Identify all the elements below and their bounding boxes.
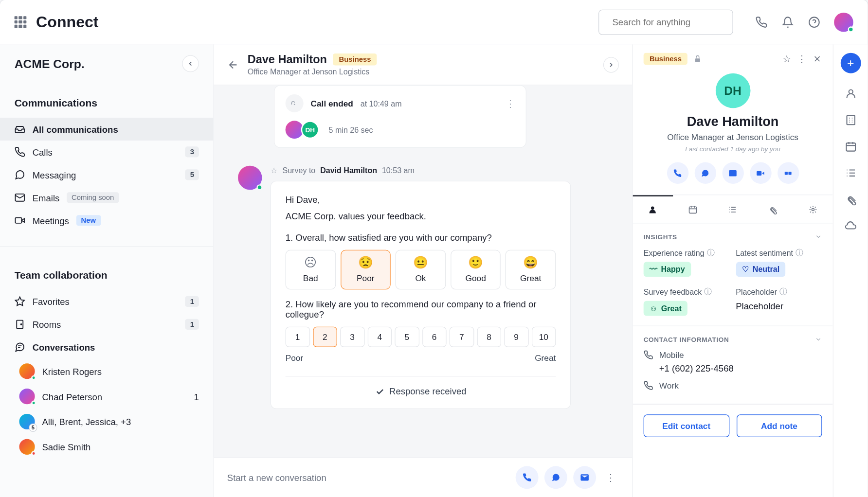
details-more-button[interactable]: ⋮ xyxy=(797,53,807,64)
sidebar-item-all-communications[interactable]: All communications xyxy=(0,118,213,141)
topbar: Connect xyxy=(0,0,868,44)
rail-attach-icon[interactable] xyxy=(845,194,857,206)
sidebar-item-emails[interactable]: Emails Coming soon xyxy=(0,186,213,209)
sidebar-item-conversations[interactable]: Conversations xyxy=(0,336,213,358)
rail-calendar-icon[interactable] xyxy=(845,141,857,153)
rail-tasks-icon[interactable] xyxy=(845,167,857,179)
composer-input[interactable]: Start a new conversation xyxy=(227,472,509,482)
response-received: Response received xyxy=(286,386,556,396)
call-more-icon[interactable]: ⋮ xyxy=(506,98,515,109)
rating-option-great[interactable]: 😄Great xyxy=(506,250,556,290)
svg-rect-7 xyxy=(757,171,761,175)
search-input[interactable] xyxy=(612,17,726,27)
favorite-button[interactable]: ☆ xyxy=(782,53,791,64)
apps-grid-icon[interactable] xyxy=(15,16,27,28)
phone-icon xyxy=(644,381,653,390)
lock-icon xyxy=(694,54,702,63)
composer-chat-button[interactable] xyxy=(544,466,567,489)
workspace-name: ACME Corp. xyxy=(15,57,85,71)
sidebar-item-favorites[interactable]: Favorites 1 xyxy=(0,290,213,313)
nps-option-3[interactable]: 3 xyxy=(340,327,364,347)
nps-option-10[interactable]: 10 xyxy=(531,327,556,347)
conversation-sadie[interactable]: Sadie Smith xyxy=(0,434,213,460)
nps-option-6[interactable]: 6 xyxy=(422,327,447,347)
svg-point-5 xyxy=(21,324,22,325)
edit-contact-button[interactable]: Edit contact xyxy=(644,414,729,437)
global-search[interactable] xyxy=(598,9,733,35)
conversation-chad[interactable]: Chad Peterson1 xyxy=(0,384,213,409)
nps-option-8[interactable]: 8 xyxy=(477,327,501,347)
tab-tasks[interactable] xyxy=(713,195,753,223)
composer: Start a new conversation ⋮ xyxy=(214,457,633,497)
star-icon[interactable]: ☆ xyxy=(271,166,278,175)
svg-rect-8 xyxy=(785,172,788,175)
experience-chip: 〰Happy xyxy=(644,262,691,277)
help-icon[interactable] xyxy=(808,15,821,28)
nps-option-4[interactable]: 4 xyxy=(367,327,392,347)
survey-chip: ☺Great xyxy=(644,301,687,316)
dial-icon[interactable] xyxy=(755,15,768,28)
details-role: Office Manager at Jenson Logistics xyxy=(644,132,822,142)
close-details-button[interactable] xyxy=(813,54,822,64)
nps-option-9[interactable]: 9 xyxy=(504,327,528,347)
star-icon xyxy=(15,296,25,307)
tab-profile[interactable] xyxy=(633,195,672,223)
door-icon xyxy=(15,319,25,330)
phone-icon xyxy=(15,146,25,157)
tab-calendar[interactable] xyxy=(673,195,713,223)
brand-name: Connect xyxy=(36,13,98,31)
svg-rect-11 xyxy=(689,207,696,213)
chevron-down-icon[interactable] xyxy=(815,336,822,343)
mobile-number: +1 (602) 225-4568 xyxy=(659,363,822,373)
conversation-group[interactable]: 5Alli, Brent, Jessica, +3 xyxy=(0,409,213,434)
expand-details-button[interactable] xyxy=(603,57,619,72)
video-icon xyxy=(15,215,25,226)
rail-building-icon[interactable] xyxy=(845,114,857,126)
collapse-sidebar-button[interactable] xyxy=(182,55,199,72)
add-note-button[interactable]: Add note xyxy=(736,414,822,437)
sidebar-item-rooms[interactable]: Rooms 1 xyxy=(0,313,213,336)
composer-more-button[interactable]: ⋮ xyxy=(602,472,619,483)
bell-icon[interactable] xyxy=(781,15,795,28)
communications-heading: Communications xyxy=(0,89,213,118)
chevron-down-icon[interactable] xyxy=(815,233,822,240)
nps-option-1[interactable]: 1 xyxy=(286,327,310,347)
svg-point-12 xyxy=(812,209,814,211)
call-summary-card: Call ended at 10:49 am ⋮ DH 5 min 26 sec xyxy=(274,85,526,147)
action-message-button[interactable] xyxy=(694,162,716,183)
action-more-button[interactable] xyxy=(777,162,798,183)
details-name: Dave Hamilton xyxy=(644,114,822,130)
rail-profile-icon[interactable] xyxy=(845,88,857,100)
sidebar-item-calls[interactable]: Calls 3 xyxy=(0,141,213,163)
business-badge: Business xyxy=(333,53,377,66)
chat-contact-subtitle: Office Manager at Jenson Logistics xyxy=(248,67,377,76)
phone-end-icon xyxy=(286,94,304,112)
composer-email-button[interactable] xyxy=(573,466,596,489)
back-button[interactable] xyxy=(227,58,239,71)
action-call-button[interactable] xyxy=(667,162,688,183)
nps-option-7[interactable]: 7 xyxy=(450,327,474,347)
sidebar-item-messaging[interactable]: Messaging 5 xyxy=(0,163,213,186)
nps-option-2[interactable]: 2 xyxy=(313,327,337,347)
conversation-kristen[interactable]: Kristen Rogers xyxy=(0,358,213,384)
sidebar-item-meetings[interactable]: Meetings New xyxy=(0,209,213,232)
user-avatar[interactable] xyxy=(834,12,853,32)
nps-option-5[interactable]: 5 xyxy=(395,327,419,347)
contact-details-panel: Business ☆ ⋮ DH Dave Hamilton Office Man… xyxy=(632,44,832,497)
rail-cloud-icon[interactable] xyxy=(845,220,857,232)
action-video-button[interactable] xyxy=(750,162,771,183)
contact-avatar: DH xyxy=(715,73,750,108)
rating-option-poor[interactable]: 😟Poor xyxy=(341,250,391,290)
rating-option-bad[interactable]: ☹Bad xyxy=(286,250,336,290)
composer-call-button[interactable] xyxy=(516,466,539,489)
svg-point-10 xyxy=(651,206,654,210)
svg-rect-9 xyxy=(788,172,791,175)
tab-files[interactable] xyxy=(753,195,793,223)
action-email-button[interactable] xyxy=(722,162,743,183)
svg-rect-3 xyxy=(15,218,21,223)
tab-insights[interactable] xyxy=(793,195,832,223)
rail-add-button[interactable]: + xyxy=(840,53,861,73)
rating-option-good[interactable]: 🙂Good xyxy=(451,250,501,290)
rating-option-ok[interactable]: 😐Ok xyxy=(396,250,446,290)
svg-rect-14 xyxy=(847,116,854,125)
